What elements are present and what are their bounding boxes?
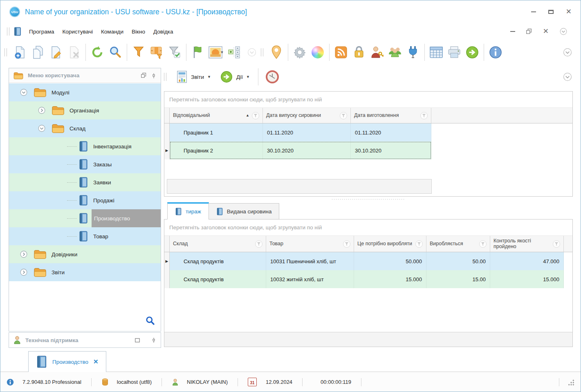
detail-toolbar-overflow-icon[interactable] — [563, 72, 572, 82]
menubar-drag-handle[interactable] — [7, 27, 9, 36]
info-icon[interactable] — [487, 43, 505, 62]
tree-item-proizvodstvo-selected[interactable]: Производство — [9, 209, 161, 227]
filter-funnel-icon[interactable] — [553, 240, 560, 248]
close-icon[interactable]: ✕ — [566, 10, 572, 14]
column-header-tovar[interactable]: Товар — [266, 236, 354, 252]
document-tab-proizvodstvo[interactable]: Производство ✕ — [28, 351, 106, 372]
support-maximize-icon[interactable] — [135, 338, 140, 343]
image-dropdown-caret-icon[interactable]: ▼ — [220, 50, 224, 54]
search-icon[interactable] — [106, 43, 124, 62]
scheduler-clock-icon[interactable] — [263, 67, 281, 87]
filter-apply-icon[interactable] — [166, 43, 184, 62]
column-header-need-produce[interactable]: Це потрібно виробляти — [354, 236, 426, 252]
filter-funnel-icon[interactable] — [343, 240, 350, 248]
table-row-selected[interactable]: ▶ Працівник 2 30.10.2020 30.10.2020 — [164, 141, 572, 159]
panel-pin-icon[interactable] — [151, 72, 157, 79]
minimize-icon[interactable] — [531, 11, 536, 12]
menu-window[interactable]: Вікно — [128, 26, 149, 37]
resize-grip-icon[interactable] — [568, 379, 575, 385]
fields-icon[interactable] — [225, 43, 243, 62]
tech-support-panel[interactable]: Технічна підтримка — [9, 332, 161, 348]
delete-record-icon[interactable] — [65, 43, 83, 62]
flag-icon[interactable] — [189, 43, 207, 62]
book-icon — [36, 355, 47, 369]
menu-users[interactable]: Користувачі — [58, 26, 97, 37]
panel-restore-icon[interactable] — [141, 72, 147, 78]
print-icon[interactable] — [445, 43, 463, 62]
tree-item-sklad[interactable]: Склад — [9, 119, 161, 137]
settings-gear-icon[interactable] — [291, 43, 309, 62]
user-access-icon[interactable] — [368, 43, 386, 62]
tree-item-zvity[interactable]: Звіти — [9, 263, 161, 281]
location-pin-icon[interactable] — [267, 43, 285, 62]
refresh-icon[interactable] — [88, 43, 106, 62]
maximize-icon[interactable] — [548, 10, 554, 14]
tab-vydana-syrovyna[interactable]: Видана сировина — [209, 203, 280, 220]
edit-record-icon[interactable] — [47, 43, 65, 62]
tree-item-zayavky[interactable]: Заявки — [9, 173, 161, 191]
export-icon[interactable] — [463, 43, 481, 62]
column-header-responsible[interactable]: Відповідальний ▲ — [170, 108, 263, 123]
tree-item-zakazy[interactable]: Заказы — [9, 155, 161, 173]
filter-funnel-icon[interactable] — [255, 240, 262, 248]
table-row[interactable]: ▶ Склад продуктів 10031 Пшеничний хліб, … — [164, 252, 572, 270]
toolbar-overflow-icon[interactable] — [559, 43, 577, 62]
grid-splitter[interactable]: ···································· — [164, 197, 573, 201]
actions-button[interactable]: Дії ▼ — [217, 69, 253, 85]
tree-item-inventarizatsiya[interactable]: Інвентаризація — [9, 137, 161, 155]
tree-item-organizatsiya[interactable]: Організація — [9, 101, 161, 119]
mdi-restore-icon[interactable] — [526, 28, 532, 35]
user-groups-icon[interactable] — [386, 43, 404, 62]
menu-program[interactable]: Програма — [25, 26, 58, 37]
tree-item-moduli[interactable]: Модулі — [9, 83, 161, 101]
menu-help[interactable]: Довідка — [149, 26, 177, 37]
filter-funnel-icon[interactable] — [420, 112, 428, 119]
toolbar2-drag-handle[interactable] — [261, 48, 263, 56]
tree-item-prodazhi[interactable]: Продажі — [9, 191, 161, 209]
folder-icon — [34, 249, 47, 260]
rss-feed-icon[interactable] — [332, 43, 350, 62]
lock-icon[interactable] — [350, 43, 368, 62]
master-grid: Перетягніть заголовок колонки сюди, щоб … — [164, 91, 573, 197]
mdi-close-icon[interactable]: ✕ — [543, 29, 549, 34]
table-row[interactable]: Працівник 1 01.11.2020 01.11.2020 — [164, 123, 572, 141]
color-palette-icon[interactable] — [309, 43, 327, 62]
filter-funnel-icon[interactable] — [252, 112, 259, 119]
table-icon[interactable] — [427, 43, 445, 62]
expand-icon[interactable] — [20, 250, 28, 258]
collapse-icon[interactable] — [38, 124, 46, 132]
column-header-producing[interactable]: Виробляється — [426, 236, 490, 252]
menu-commands[interactable]: Команди — [97, 26, 128, 37]
detail-toolbar-handle[interactable] — [164, 73, 166, 81]
filter-funnel-icon[interactable] — [415, 240, 423, 248]
column-header-sklad[interactable]: Склад — [170, 236, 266, 252]
expand-icon[interactable] — [38, 106, 46, 114]
master-grid-header: Відповідальний ▲ Дата випуску сировини Д… — [164, 108, 572, 123]
column-header-production-date[interactable]: Дата виготовлення — [351, 108, 431, 123]
filter-funnel-icon[interactable] — [340, 112, 347, 119]
table-row[interactable]: Склад продуктів 10032 житній хліб, шт 15… — [164, 270, 572, 288]
column-header-raw-release-date[interactable]: Дата випуску сировини — [263, 108, 351, 123]
tree-item-tovar[interactable]: Товар — [9, 227, 161, 245]
expand-icon[interactable] — [20, 268, 28, 276]
collapse-icon[interactable] — [20, 88, 28, 96]
column-header-quality-control[interactable]: Контроль якості пройдено — [490, 236, 564, 252]
filter-funnel-icon[interactable] — [479, 240, 487, 248]
tree-search-icon[interactable] — [145, 316, 155, 325]
mdi-minimize-icon[interactable] — [510, 31, 515, 32]
doc-tab-close-icon[interactable]: ✕ — [93, 358, 99, 365]
new-record-icon[interactable] — [11, 43, 29, 62]
filter-icon[interactable] — [130, 43, 148, 62]
user-menu-header: Меню користувача — [9, 68, 161, 83]
toolbar-drag-handle[interactable] — [4, 48, 7, 56]
support-pin-icon[interactable] — [151, 337, 157, 343]
toolbar-more-icon[interactable] — [243, 43, 261, 62]
reports-button[interactable]: Звіти ▼ — [173, 69, 214, 85]
plugin-icon[interactable] — [404, 43, 422, 62]
image-icon[interactable]: ▼ — [207, 43, 225, 62]
filter-settings-icon[interactable] — [148, 43, 166, 62]
tab-tyrazh[interactable]: тираж — [167, 202, 209, 220]
copy-record-icon[interactable] — [29, 43, 47, 62]
tree-item-dovidnyky[interactable]: Довідники — [9, 245, 161, 263]
menubar-chevron-icon[interactable] — [559, 27, 568, 36]
